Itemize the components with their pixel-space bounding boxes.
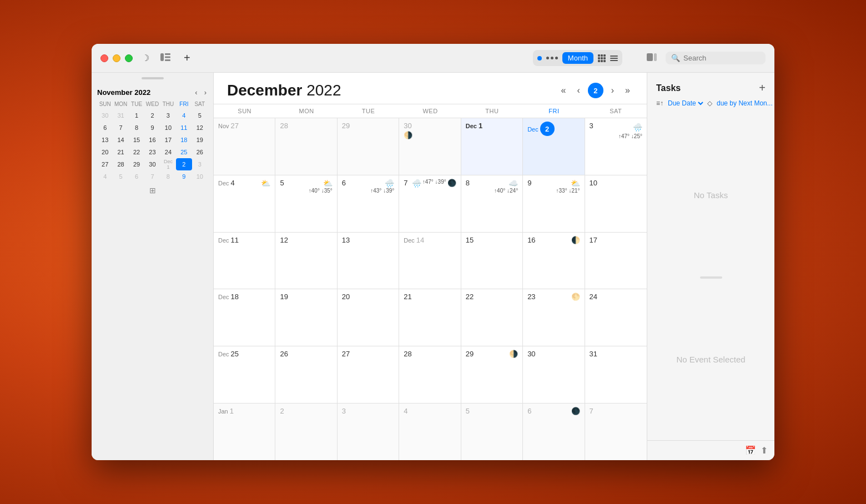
day-cell[interactable]: 9 ⛅ ↑33° ↓21°: [523, 175, 585, 232]
cal-nav-last[interactable]: »: [622, 83, 633, 98]
search-input[interactable]: [683, 54, 760, 62]
cal-nav-prev[interactable]: ‹: [573, 83, 583, 98]
day-cell[interactable]: 21: [399, 289, 461, 346]
cal-nav-next[interactable]: ›: [608, 83, 617, 98]
mini-day[interactable]: 24: [160, 146, 176, 158]
mini-day[interactable]: 19: [192, 134, 208, 146]
moon-icon[interactable]: ☽: [139, 51, 152, 65]
mini-day-today[interactable]: 2: [176, 158, 192, 170]
day-cell[interactable]: 5: [461, 404, 523, 460]
mini-day[interactable]: 16: [144, 134, 160, 146]
day-cell[interactable]: 29 🌗: [461, 346, 523, 403]
day-cell[interactable]: 8 ☁️ ↑40° ↓24°: [461, 175, 523, 232]
day-cell[interactable]: 19: [275, 289, 337, 346]
day-cell[interactable]: 24: [585, 289, 647, 346]
mini-day[interactable]: 5: [192, 109, 208, 122]
day-cell[interactable]: 7 🌧️ ↑47° ↓39° 🌑: [399, 175, 461, 232]
mini-day[interactable]: 3: [160, 109, 176, 122]
mini-day[interactable]: Dec1: [160, 158, 176, 170]
mini-day[interactable]: 27: [97, 158, 113, 170]
mini-day[interactable]: 17: [160, 134, 176, 146]
day-cell[interactable]: 26: [275, 346, 337, 403]
day-cell[interactable]: 3: [338, 404, 399, 460]
day-cell[interactable]: Dec14: [399, 233, 461, 289]
day-cell[interactable]: Dec11: [214, 233, 275, 289]
cal-nav-first[interactable]: «: [558, 83, 570, 98]
day-cell[interactable]: Dec1: [461, 118, 523, 175]
mini-day[interactable]: 2: [144, 109, 160, 122]
day-cell[interactable]: Nov27: [214, 118, 275, 175]
day-cell[interactable]: 30: [523, 346, 585, 403]
day-cell[interactable]: 30 🌗: [399, 118, 461, 175]
day-cell[interactable]: Dec25: [214, 346, 275, 403]
day-cell[interactable]: Dec4 ⛅: [214, 175, 275, 232]
maximize-button[interactable]: [125, 54, 133, 62]
search-box[interactable]: 🔍: [666, 52, 766, 64]
mini-day[interactable]: 7: [113, 122, 128, 134]
mini-day[interactable]: 9: [144, 122, 160, 134]
close-button[interactable]: [100, 54, 108, 62]
mini-day[interactable]: 3: [192, 158, 208, 170]
day-cell[interactable]: 16 🌓: [523, 233, 585, 289]
day-cell[interactable]: 12: [275, 233, 337, 289]
minimize-button[interactable]: [113, 54, 120, 62]
month-view-button[interactable]: Month: [562, 52, 593, 64]
mini-day[interactable]: 30: [97, 109, 113, 122]
mini-day[interactable]: 10: [160, 122, 176, 134]
day-cell[interactable]: 28: [275, 118, 337, 175]
day-cell[interactable]: 6 🌑: [523, 404, 585, 460]
mini-day[interactable]: 11: [176, 122, 192, 134]
day-cell[interactable]: 4: [399, 404, 461, 460]
mini-day[interactable]: 20: [97, 146, 113, 158]
mini-day[interactable]: 1: [129, 109, 144, 122]
mini-day[interactable]: 6: [97, 122, 113, 134]
mini-cal-settings-icon[interactable]: ⊞: [149, 186, 156, 195]
mini-day[interactable]: 12: [192, 122, 208, 134]
mini-day[interactable]: 9: [176, 170, 192, 183]
day-cell[interactable]: Jan1: [214, 404, 275, 460]
day-cell[interactable]: 15: [461, 233, 523, 289]
day-cell[interactable]: Dec18: [214, 289, 275, 346]
mini-day[interactable]: 18: [176, 134, 192, 146]
day-cell[interactable]: 22: [461, 289, 523, 346]
mini-cal-prev[interactable]: ‹: [194, 88, 198, 97]
day-cell[interactable]: 5 ⛅ ↑40° ↓35°: [275, 175, 337, 232]
mini-day[interactable]: 21: [113, 146, 128, 158]
mini-day[interactable]: 4: [97, 170, 113, 183]
calendar-add-icon[interactable]: 📅: [745, 445, 756, 456]
mini-day[interactable]: 31: [113, 109, 128, 122]
day-cell[interactable]: 13: [338, 233, 399, 289]
sidebar-toggle-icon[interactable]: [158, 51, 173, 65]
grid-view-button[interactable]: [598, 54, 606, 62]
filter-range-select[interactable]: due by Next Mon...: [714, 99, 774, 108]
day-view-button[interactable]: [537, 56, 542, 61]
mini-day[interactable]: 30: [144, 158, 160, 170]
cal-today-button[interactable]: 2: [588, 83, 603, 98]
day-cell[interactable]: 20: [338, 289, 399, 346]
day-cell[interactable]: 17: [585, 233, 647, 289]
share-icon[interactable]: ⬆: [761, 445, 768, 456]
day-cell[interactable]: 27: [338, 346, 399, 403]
mini-day[interactable]: 29: [129, 158, 144, 170]
mini-day[interactable]: 13: [97, 134, 113, 146]
day-cell[interactable]: 7: [585, 404, 647, 460]
mini-day[interactable]: 14: [113, 134, 128, 146]
right-panel-toggle[interactable]: [645, 51, 659, 65]
add-event-button[interactable]: +: [184, 52, 190, 64]
week-view-button[interactable]: [546, 57, 558, 59]
mini-day[interactable]: 8: [129, 122, 144, 134]
day-cell[interactable]: 6 🌧️ ↑43° ↓39°: [338, 175, 399, 232]
mini-day[interactable]: 8: [160, 170, 176, 183]
day-cell[interactable]: 29: [338, 118, 399, 175]
mini-cal-next[interactable]: ›: [203, 88, 208, 97]
day-cell[interactable]: 3 🌧️ ↑47° ↓25°: [585, 118, 647, 175]
list-view-button[interactable]: [610, 56, 618, 61]
mini-day[interactable]: 5: [113, 170, 128, 183]
mini-day[interactable]: 22: [129, 146, 144, 158]
day-cell[interactable]: 28: [399, 346, 461, 403]
mini-day[interactable]: 28: [113, 158, 128, 170]
tasks-add-button[interactable]: +: [759, 82, 766, 94]
mini-day[interactable]: 7: [144, 170, 160, 183]
mini-day[interactable]: 23: [144, 146, 160, 158]
day-cell-today[interactable]: Dec2: [523, 118, 585, 175]
